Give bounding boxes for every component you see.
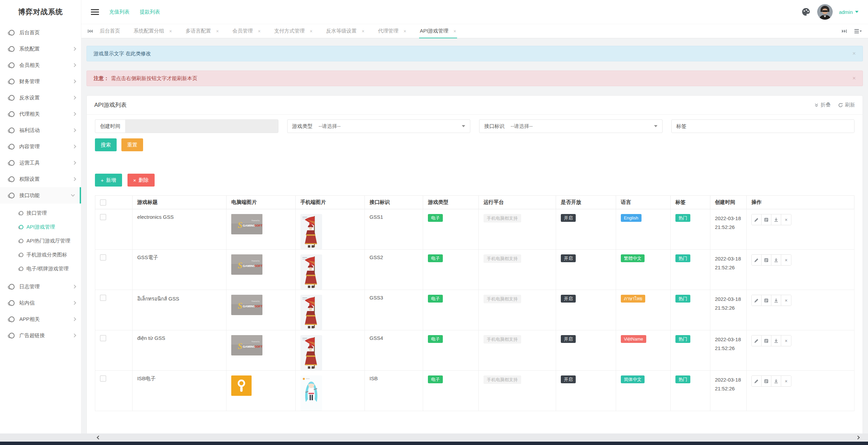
sidebar-item-rebate[interactable]: 反水设置: [0, 90, 81, 106]
tab-payment-manage[interactable]: 支付方式管理 ×: [274, 24, 313, 38]
horizontal-scrollbar[interactable]: [0, 433, 868, 442]
sidebar-subitem-mobile-game-icons[interactable]: 手机游戏分类图标: [0, 248, 81, 262]
tab-api-game-manage[interactable]: API游戏管理 ×: [419, 24, 457, 38]
download-button[interactable]: [771, 376, 781, 386]
tab-rebate-level[interactable]: 反水等级设置 ×: [326, 24, 365, 38]
filter-buttons: 搜索 重置: [87, 133, 863, 151]
tab-dashboard[interactable]: 后台首页: [99, 24, 121, 38]
sidebar-subitem-api-hot-hall[interactable]: API热门游戏厅管理: [0, 234, 81, 248]
close-icon[interactable]: ×: [362, 28, 364, 34]
log-button[interactable]: [762, 295, 771, 306]
reset-button[interactable]: 重置: [121, 138, 143, 151]
filter-row: 创建时间 游戏类型 --请选择-- 接口标识 --请选择--: [87, 115, 863, 133]
row-checkbox[interactable]: [100, 335, 106, 341]
scroll-left-icon[interactable]: [97, 436, 100, 439]
log-button[interactable]: [762, 214, 771, 225]
language-badge: ViệtName: [621, 335, 646, 343]
tab-system-config-group[interactable]: 系统配置分组 ×: [133, 24, 173, 38]
game-type-select[interactable]: --请选择--: [317, 120, 470, 133]
sidebar-item-members[interactable]: 会员相关: [0, 57, 81, 73]
row-checkbox[interactable]: [100, 254, 106, 260]
search-button[interactable]: 搜索: [95, 138, 117, 151]
col-header-open: 是否开放: [556, 196, 616, 209]
sidebar-item-dashboard[interactable]: 后台首页: [0, 24, 81, 41]
circle-icon: [9, 300, 15, 306]
close-icon[interactable]: ×: [453, 28, 456, 34]
chevron-right-icon: [72, 47, 76, 51]
api-code-select[interactable]: --请选择--: [509, 120, 662, 133]
skip-to-last-tab-icon[interactable]: [842, 29, 847, 34]
tag-input[interactable]: [691, 120, 854, 133]
sidebar-item-logs[interactable]: 日志管理: [0, 278, 81, 295]
hamburger-menu-icon[interactable]: [91, 8, 99, 16]
row-checkbox[interactable]: [100, 375, 106, 382]
skip-to-first-tab-icon[interactable]: [87, 29, 93, 34]
row-checkbox[interactable]: [100, 214, 106, 220]
sidebar-item-content[interactable]: 内容管理: [0, 138, 81, 155]
scroll-right-icon[interactable]: [856, 436, 860, 439]
download-button[interactable]: [771, 335, 781, 346]
collapse-button[interactable]: 折叠: [814, 102, 831, 108]
delete-row-button[interactable]: ×: [781, 295, 791, 306]
open-status-badge: 开启: [561, 254, 576, 262]
edit-button[interactable]: [752, 295, 762, 306]
delete-row-button[interactable]: ×: [781, 255, 791, 265]
download-button[interactable]: [771, 295, 781, 306]
delete-row-button[interactable]: ×: [781, 335, 791, 346]
edit-button[interactable]: [752, 255, 762, 265]
refresh-button[interactable]: 刷新: [838, 102, 855, 108]
open-status-badge: 开启: [561, 295, 576, 303]
delete-row-button[interactable]: ×: [781, 376, 791, 386]
download-button[interactable]: [771, 255, 781, 265]
chevron-right-icon: [72, 112, 76, 116]
admin-user-menu[interactable]: admin: [839, 9, 859, 15]
close-icon[interactable]: ×: [169, 28, 172, 34]
tab-agent-manage[interactable]: 代理管理 ×: [377, 24, 407, 38]
close-icon[interactable]: ×: [216, 28, 219, 34]
sidebar-item-ad-links[interactable]: 广告超链接: [0, 327, 81, 344]
close-icon[interactable]: ×: [852, 75, 856, 82]
log-button[interactable]: [762, 335, 771, 346]
tab-list-menu-icon[interactable]: [854, 29, 862, 34]
row-checkbox[interactable]: [100, 295, 106, 301]
add-button[interactable]: + 新增: [95, 174, 122, 187]
user-avatar[interactable]: [817, 4, 833, 20]
sidebar-item-welfare[interactable]: 福利活动: [0, 122, 81, 138]
delete-row-button[interactable]: ×: [781, 214, 791, 225]
tag-label: 标签: [672, 120, 691, 133]
sidebar-item-operation-tools[interactable]: 运营工具: [0, 155, 81, 171]
download-button[interactable]: [771, 214, 781, 225]
sidebar-item-site-mail[interactable]: 站内信: [0, 295, 81, 311]
tab-multi-language[interactable]: 多语言配置 ×: [185, 24, 219, 38]
log-button[interactable]: [762, 376, 771, 386]
sidebar-item-api-functions[interactable]: 接口功能: [0, 187, 81, 204]
sidebar-item-app[interactable]: APP相关: [0, 311, 81, 327]
sidebar-subitem-electronic-chess[interactable]: 电子/棋牌游戏管理: [0, 262, 81, 276]
close-icon[interactable]: ×: [403, 28, 406, 34]
sidebar-subitem-api-manage[interactable]: 接口管理: [0, 206, 81, 220]
close-icon[interactable]: ×: [310, 28, 313, 34]
created-time-input[interactable]: [125, 120, 278, 133]
theme-palette-icon[interactable]: [801, 7, 811, 17]
topnav-recharge-list-link[interactable]: 充值列表: [109, 9, 130, 15]
tab-label: 后台首页: [100, 28, 120, 34]
close-icon[interactable]: ×: [258, 28, 260, 34]
edit-button[interactable]: [752, 214, 762, 225]
select-all-checkbox[interactable]: [100, 199, 106, 206]
sidebar-item-permissions[interactable]: 权限设置: [0, 171, 81, 187]
sidebar-item-finance[interactable]: 财务管理: [0, 73, 81, 90]
delete-button[interactable]: × 删除: [127, 174, 155, 187]
close-icon: ×: [785, 257, 787, 263]
circle-icon: [19, 239, 23, 243]
sidebar-item-agent[interactable]: 代理相关: [0, 106, 81, 122]
pc-image-gamingsoft: [231, 335, 262, 355]
close-icon[interactable]: ×: [852, 50, 856, 57]
edit-button[interactable]: [752, 376, 762, 386]
log-button[interactable]: [762, 255, 771, 265]
edit-button[interactable]: [752, 335, 762, 346]
circle-icon: [9, 333, 15, 338]
sidebar-item-system-config[interactable]: 系统配置: [0, 41, 81, 57]
sidebar-subitem-api-game-manage[interactable]: API游戏管理: [0, 220, 81, 234]
tab-member-manage[interactable]: 会员管理 ×: [232, 24, 261, 38]
topnav-withdraw-list-link[interactable]: 提款列表: [140, 9, 160, 15]
